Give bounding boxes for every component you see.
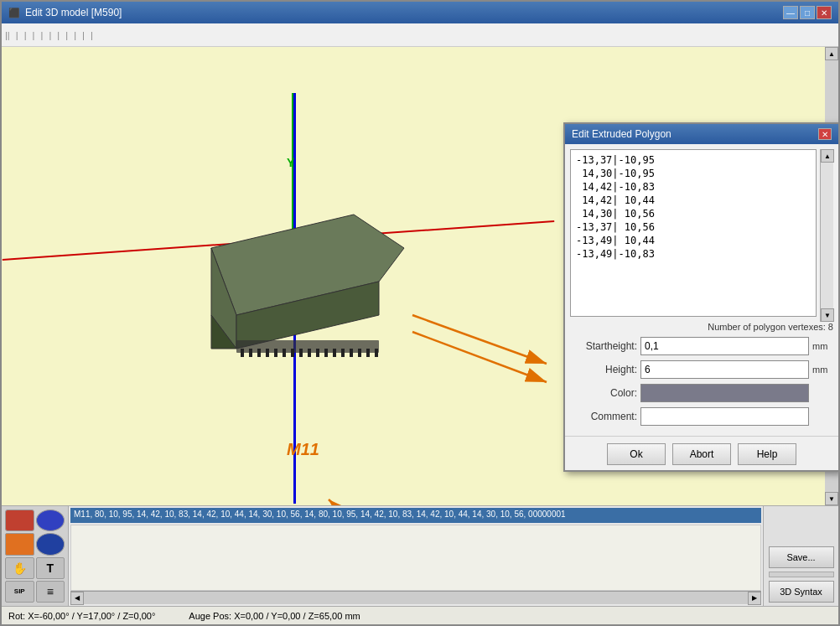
abort-button[interactable]: Abort [672, 443, 731, 465]
title-bar-left: ⬛ Edit 3D model [M590] [8, 7, 122, 18]
content-area: Y [2, 47, 838, 505]
close-button[interactable]: ✕ [817, 6, 832, 19]
hand-tool[interactable]: ✋ [5, 557, 34, 579]
right-sidebar: Save... 3D Syntax [763, 506, 838, 606]
status-bar: Rot: X=-60,00° / Y=17,00° / Z=0,00° Auge… [2, 606, 838, 624]
vertex-item: 14,42|-10,83 [574, 180, 812, 194]
maximize-button[interactable]: □ [800, 6, 815, 19]
scroll-up-button[interactable]: ▲ [821, 149, 834, 163]
vertex-item: 14,30|-10,95 [574, 167, 812, 180]
svg-rect-5 [241, 349, 244, 357]
vertex-item: -13,49|-10,83 [574, 247, 812, 261]
minimize-button[interactable]: — [783, 6, 798, 19]
m11-label: M11 [287, 440, 319, 459]
title-bar-controls: — □ ✕ [783, 6, 832, 19]
help-button[interactable]: Help [738, 443, 796, 465]
height-label: Height: [570, 364, 637, 375]
dialog-buttons: Ok Abort Help [565, 436, 838, 470]
svg-rect-17 [341, 349, 345, 357]
dialog-title-text: Edit Extruded Polygon [572, 128, 671, 140]
dialog-close-button[interactable]: ✕ [818, 128, 832, 140]
svg-rect-14 [316, 349, 319, 357]
vertex-list[interactable]: -13,37|-10,95 14,30|-10,95 14,42|-10,83 … [570, 149, 817, 317]
svg-rect-21 [375, 349, 378, 357]
toolbar: | | | | | | | | | | | | [2, 23, 838, 47]
svg-rect-9 [274, 349, 277, 357]
svg-rect-20 [366, 349, 370, 357]
svg-rect-10 [283, 349, 286, 357]
syntax-button[interactable]: 3D Syntax [769, 581, 834, 603]
vertex-count: Number of polygon vertexes: 8 [570, 322, 833, 332]
code-bar: M11, 80, 10, 95, 14, 42, 10, 83, 14, 42,… [70, 508, 761, 523]
svg-rect-7 [257, 349, 261, 357]
bottom-toolbar: ✋ T SIP ≡ M11, 80, 10, 95, 14, 42, 10, 8… [2, 506, 838, 606]
sip-tool[interactable]: SIP [5, 581, 34, 603]
svg-rect-16 [333, 349, 336, 357]
comment-input[interactable] [640, 407, 809, 426]
svg-rect-12 [299, 349, 303, 357]
dialog-body: -13,37|-10,95 14,30|-10,95 14,42|-10,83 … [565, 144, 838, 436]
blue-arc-tool[interactable] [36, 510, 65, 531]
startheight-input[interactable] [640, 337, 809, 355]
red-shape-tool[interactable] [5, 510, 34, 531]
svg-rect-8 [266, 349, 269, 357]
color-row: Color: [570, 384, 833, 402]
title-bar: ⬛ Edit 3D model [M590] — □ ✕ [2, 2, 838, 23]
scroll-down-button[interactable]: ▼ [821, 308, 834, 322]
vertex-item: -13,49| 10,44 [574, 234, 812, 247]
viewport[interactable]: Y [2, 47, 838, 505]
3d-model-svg [144, 181, 480, 416]
startheight-row: Startheight: mm [570, 337, 833, 355]
y-axis-label: Y [287, 156, 294, 169]
toolbar-items: | | | | | | | | | | | [8, 30, 95, 40]
color-label: Color: [570, 387, 637, 399]
height-row: Height: mm [570, 360, 833, 379]
ok-button[interactable]: Ok [607, 443, 666, 465]
svg-rect-18 [350, 349, 353, 357]
vertex-item: 14,42| 10,44 [574, 194, 812, 207]
bottom-content: M11, 80, 10, 95, 14, 42, 10, 83, 14, 42,… [69, 506, 763, 606]
window-icon: ⬛ [8, 8, 20, 18]
startheight-unit: mm [812, 341, 833, 351]
comment-label: Comment: [570, 411, 637, 422]
vscroll-up[interactable]: ▲ [825, 47, 838, 60]
height-input[interactable] [640, 360, 809, 379]
orange-diamond-tool[interactable] [5, 533, 34, 555]
vertex-item: -13,37|-10,95 [574, 153, 812, 167]
edit-polygon-dialog: Edit Extruded Polygon ✕ -13,37|-10,95 14… [563, 122, 838, 472]
dark-circle-tool[interactable] [36, 533, 65, 555]
hscroll-left[interactable]: ◀ [70, 592, 84, 605]
vscroll-down[interactable]: ▼ [825, 492, 838, 505]
eye-pos-status: Auge Pos: X=0,00 / Y=0,00 / Z=65,00 mm [189, 611, 360, 621]
list-tool[interactable]: ≡ [36, 581, 65, 603]
svg-rect-13 [308, 349, 311, 357]
vertex-list-scrollbar[interactable]: ▲ ▼ [820, 149, 833, 322]
vertex-item: -13,37| 10,56 [574, 220, 812, 234]
startheight-label: Startheight: [570, 340, 637, 352]
window-title: Edit 3D model [M590] [25, 7, 122, 18]
height-unit: mm [812, 365, 833, 375]
save-button[interactable]: Save... [769, 546, 834, 568]
bottom-panel: ✋ T SIP ≡ M11, 80, 10, 95, 14, 42, 10, 8… [2, 505, 838, 606]
svg-rect-15 [324, 349, 328, 357]
comment-row: Comment: [570, 407, 833, 426]
left-toolbox: ✋ T SIP ≡ [2, 506, 69, 606]
main-window: ⬛ Edit 3D model [M590] — □ ✕ | | | | | |… [0, 0, 840, 626]
svg-rect-19 [358, 349, 361, 357]
rotation-status: Rot: X=-60,00° / Y=17,00° / Z=0,00° [8, 611, 155, 621]
scroll-track [821, 163, 833, 308]
color-swatch[interactable] [640, 384, 809, 402]
bottom-hscrollbar[interactable]: ◀ ▶ [70, 591, 761, 604]
svg-rect-11 [291, 349, 294, 357]
text-tool[interactable]: T [36, 557, 65, 579]
bottom-text-area[interactable] [70, 525, 761, 591]
dialog-title-bar: Edit Extruded Polygon ✕ [565, 124, 838, 144]
vertex-item: 14,30| 10,56 [574, 207, 812, 220]
hscroll-right[interactable]: ▶ [748, 592, 761, 605]
sidebar-filler [769, 572, 834, 577]
svg-rect-6 [249, 349, 252, 357]
